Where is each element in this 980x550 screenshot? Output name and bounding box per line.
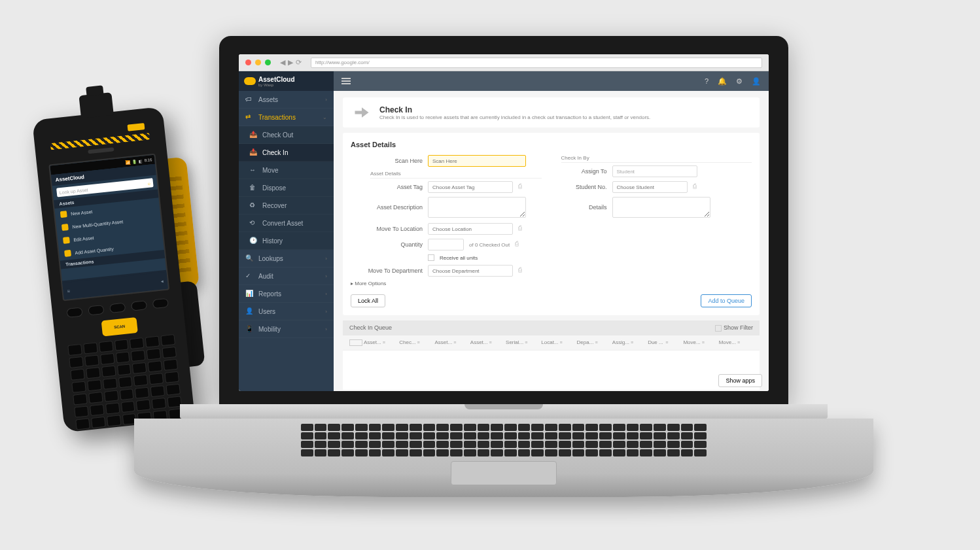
- keypad-key[interactable]: [148, 360, 162, 372]
- keypad-key[interactable]: [132, 362, 147, 374]
- scan-button[interactable]: SCAN: [101, 317, 138, 337]
- keypad-key[interactable]: [114, 339, 128, 351]
- keypad-key[interactable]: [118, 376, 132, 388]
- receive-all-checkbox[interactable]: [428, 254, 434, 261]
- barcode-icon[interactable]: ⎙: [515, 240, 524, 249]
- details-input[interactable]: [612, 197, 710, 218]
- keypad-key[interactable]: [116, 364, 131, 375]
- keypad-key[interactable]: [87, 379, 101, 391]
- keypad-key[interactable]: [165, 371, 179, 383]
- keypad-key[interactable]: [162, 347, 177, 358]
- scan-input[interactable]: [428, 155, 526, 167]
- hh-btn[interactable]: [131, 300, 147, 311]
- keypad-key[interactable]: [73, 394, 87, 405]
- keypad-key[interactable]: [149, 373, 164, 385]
- col-locat[interactable]: Locat...≡: [541, 339, 575, 346]
- url-input[interactable]: [311, 58, 762, 68]
- keypad-key[interactable]: [75, 418, 90, 430]
- keypad-key[interactable]: [164, 359, 178, 371]
- sidebar-item-assets[interactable]: 🏷Assets›: [239, 91, 334, 109]
- keypad-key[interactable]: [88, 392, 103, 404]
- col-asset[interactable]: Asset...≡: [364, 339, 398, 346]
- hh-btn[interactable]: [109, 303, 126, 313]
- sidebar-item-checkin[interactable]: 📥Check In: [239, 144, 334, 162]
- col-move2[interactable]: Move...≡: [719, 339, 753, 346]
- quantity-input[interactable]: [428, 239, 464, 250]
- keypad-key[interactable]: [131, 350, 145, 362]
- keypad-key[interactable]: [84, 354, 99, 366]
- keypad-key[interactable]: [70, 369, 84, 381]
- keypad-key[interactable]: [74, 405, 88, 417]
- sidebar-item-audit[interactable]: ✓Audit›: [239, 267, 334, 285]
- add-to-queue-button[interactable]: Add to Queue: [701, 294, 752, 307]
- col-asset2[interactable]: Asset...≡: [435, 339, 469, 346]
- keypad-key[interactable]: [103, 378, 117, 390]
- keypad-key[interactable]: [91, 417, 105, 428]
- keypad-key[interactable]: [130, 337, 144, 349]
- sidebar-item-users[interactable]: 👤Users›: [239, 303, 334, 320]
- asset-desc-input[interactable]: [428, 197, 526, 218]
- hh-btn[interactable]: [88, 305, 104, 315]
- keypad-key[interactable]: [107, 415, 121, 426]
- hamburger-icon[interactable]: [341, 78, 351, 84]
- refresh-icon[interactable]: ⟳: [296, 58, 302, 67]
- col-check[interactable]: Chec...≡: [399, 339, 433, 346]
- keypad-key[interactable]: [100, 353, 114, 365]
- user-icon[interactable]: 👤: [752, 77, 761, 86]
- help-icon[interactable]: ?: [705, 77, 709, 86]
- sidebar-item-dispose[interactable]: 🗑Dispose: [239, 179, 334, 197]
- lock-all-button[interactable]: Lock All: [351, 294, 385, 307]
- show-apps-button[interactable]: Show apps: [718, 374, 762, 387]
- keypad-key[interactable]: [133, 375, 148, 387]
- keypad-key[interactable]: [83, 342, 97, 354]
- keypad-key[interactable]: [69, 356, 83, 368]
- asset-tag-input[interactable]: [428, 181, 513, 193]
- barcode-icon[interactable]: ⎙: [518, 182, 527, 192]
- back-icon[interactable]: ◀: [280, 58, 285, 67]
- hh-btn[interactable]: [67, 307, 83, 317]
- window-minimize-icon[interactable]: [255, 60, 261, 65]
- sidebar-item-recover[interactable]: ♻Recover: [239, 197, 334, 215]
- hh-btn[interactable]: [152, 298, 168, 309]
- keypad-key[interactable]: [119, 388, 133, 400]
- sidebar-item-lookups[interactable]: 🔍Lookups›: [239, 250, 334, 267]
- keypad-key[interactable]: [71, 381, 86, 393]
- student-no-input[interactable]: [612, 181, 688, 193]
- sidebar-item-mobility[interactable]: 📱Mobility›: [239, 320, 334, 338]
- sidebar-item-transactions[interactable]: ⇄Transactions⌄: [239, 109, 334, 126]
- keypad-key[interactable]: [161, 334, 175, 346]
- sidebar-item-history[interactable]: 🕑History: [239, 232, 334, 250]
- notifications-icon[interactable]: 🔔: [718, 77, 727, 86]
- keypad-key[interactable]: [135, 387, 149, 399]
- keypad-key[interactable]: [115, 351, 130, 363]
- assign-to-select[interactable]: Student: [612, 165, 697, 177]
- col-serial[interactable]: Serial...≡: [506, 339, 540, 346]
- barcode-icon[interactable]: ⎙: [693, 182, 702, 192]
- sidebar-item-checkout[interactable]: 📤Check Out: [239, 126, 334, 144]
- keypad-key[interactable]: [152, 398, 166, 409]
- more-options-toggle[interactable]: ▸ More Options: [351, 281, 542, 286]
- keypad-key[interactable]: [86, 367, 100, 379]
- forward-icon[interactable]: ▶: [288, 58, 293, 67]
- window-close-icon[interactable]: [245, 60, 251, 65]
- window-maximize-icon[interactable]: [265, 60, 271, 65]
- sidebar-item-reports[interactable]: 📊Reports›: [239, 285, 334, 303]
- keypad-key[interactable]: [90, 404, 104, 416]
- barcode-icon[interactable]: ⎙: [518, 266, 527, 275]
- keypad-key[interactable]: [136, 399, 150, 411]
- keypad-key[interactable]: [99, 341, 113, 352]
- col-move[interactable]: Move...≡: [683, 339, 717, 346]
- col-dept[interactable]: Depa...≡: [577, 339, 611, 346]
- keypad-key[interactable]: [150, 385, 165, 397]
- col-due[interactable]: Due ...≡: [648, 339, 682, 346]
- keypad-key[interactable]: [147, 348, 161, 360]
- sidebar-item-move[interactable]: ↔Move: [239, 162, 334, 179]
- select-all-checkbox[interactable]: [349, 339, 362, 346]
- col-asset3[interactable]: Asset...≡: [470, 339, 504, 346]
- keypad-key[interactable]: [67, 344, 82, 356]
- move-location-input[interactable]: [428, 223, 513, 235]
- keypad-key[interactable]: [120, 401, 135, 413]
- move-dept-input[interactable]: [428, 265, 513, 277]
- show-filter-checkbox[interactable]: [715, 325, 722, 332]
- barcode-icon[interactable]: ⎙: [518, 224, 527, 233]
